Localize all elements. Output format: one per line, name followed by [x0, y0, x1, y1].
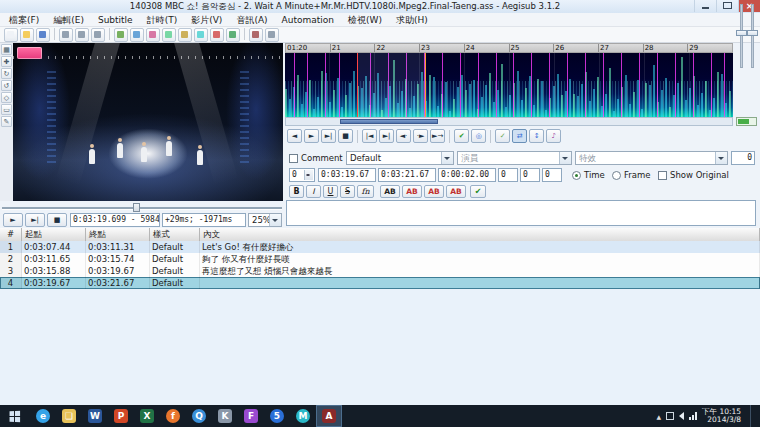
underline-button[interactable]: U: [323, 185, 338, 198]
menu-timing[interactable]: 計時(T): [140, 13, 185, 27]
audio-scrollbar[interactable]: [285, 117, 733, 126]
new-subtitles-icon[interactable]: [4, 28, 18, 42]
duration-field[interactable]: 0:00:02.00: [438, 168, 496, 182]
grid-header-3[interactable]: 樣式: [150, 228, 200, 241]
taskbar-app-maxthon[interactable]: M: [290, 405, 316, 427]
grid-header-1[interactable]: 起點: [22, 228, 86, 241]
auto-scroll-toggle[interactable]: ⇄: [512, 129, 527, 143]
color-button-3[interactable]: AB: [424, 185, 444, 198]
grid-header-0[interactable]: #: [0, 228, 22, 241]
zoom-out-icon[interactable]: [91, 28, 105, 42]
cell-start[interactable]: 0:03:11.65: [22, 253, 86, 265]
play-to-end-button[interactable]: ►→: [430, 129, 445, 143]
show-desktop-button[interactable]: [750, 405, 756, 427]
menu-help[interactable]: 求助(H): [389, 13, 435, 27]
rect-clip-icon[interactable]: ▭: [1, 104, 12, 115]
play-line-button[interactable]: ►|: [321, 129, 336, 143]
kanji-timer-icon[interactable]: [210, 28, 224, 42]
scale-mode-icon[interactable]: ◇: [1, 92, 12, 103]
taskbar-app-firefox[interactable]: f: [160, 405, 186, 427]
audio-scrollbar-thumb[interactable]: [340, 119, 438, 124]
play-first-500-button[interactable]: ◄·: [396, 129, 411, 143]
italic-button[interactable]: I: [306, 185, 321, 198]
frame-mode-radio[interactable]: [612, 171, 621, 180]
taskbar-app-powerpoint[interactable]: P: [108, 405, 134, 427]
rotate-z-icon[interactable]: ↻: [1, 68, 12, 79]
volume-thumb[interactable]: [747, 30, 758, 36]
spell-checker-icon[interactable]: [226, 28, 240, 42]
volume-slider[interactable]: [751, 4, 754, 68]
cell-style[interactable]: Default: [150, 265, 200, 277]
maximize-button[interactable]: [716, 0, 738, 12]
menu-view[interactable]: 檢視(W): [341, 13, 389, 27]
volume-icon[interactable]: [679, 412, 684, 420]
play-button[interactable]: ►: [304, 129, 319, 143]
taskbar-app-ie[interactable]: e: [30, 405, 56, 427]
cell-text[interactable]: 再這麼想了又想 煩惱只會越來越長: [200, 265, 760, 277]
title-bar[interactable]: 140308 MBC 쇼! 음악중심 - 2. Wait A Minute+Mr…: [0, 0, 760, 14]
play-before-button[interactable]: ◄: [287, 129, 302, 143]
minimize-button[interactable]: [694, 0, 716, 12]
standard-mode-icon[interactable]: ▦: [1, 44, 12, 55]
strikeout-button[interactable]: S: [340, 185, 355, 198]
comment-checkbox[interactable]: [289, 154, 298, 163]
layer-spinner[interactable]: 0: [289, 168, 315, 182]
margin-left-field[interactable]: 0: [498, 168, 518, 182]
video-display[interactable]: [13, 43, 283, 201]
video-stop-button[interactable]: ■: [47, 213, 67, 227]
rotate-xy-icon[interactable]: ↺: [1, 80, 12, 91]
cell-text[interactable]: Let's Go! 有什麼好擔心: [200, 241, 760, 253]
zoom-in-icon[interactable]: [75, 28, 89, 42]
select-lines-icon[interactable]: [114, 28, 128, 42]
styling-assistant-icon[interactable]: [146, 28, 160, 42]
drag-mode-icon[interactable]: ✚: [1, 56, 12, 67]
font-button[interactable]: fn: [357, 185, 374, 198]
auto-commit-toggle[interactable]: ✓: [495, 129, 510, 143]
margin-right-field[interactable]: 0: [520, 168, 540, 182]
cell-text[interactable]: 夠了 你又有什麼好長嘆: [200, 253, 760, 265]
color-button-2[interactable]: AB: [402, 185, 422, 198]
cell-end[interactable]: 0:03:11.31: [86, 241, 150, 253]
taskbar-app-foxit[interactable]: F: [238, 405, 264, 427]
menu-file[interactable]: 檔案(F): [2, 13, 46, 27]
ime-icon[interactable]: [666, 412, 674, 420]
open-subtitles-icon[interactable]: [20, 28, 34, 42]
effect-dropdown[interactable]: 特效: [575, 151, 728, 165]
grid-empty-area[interactable]: [0, 289, 760, 405]
video-relative-time-display[interactable]: +29ms; -1971ms: [162, 213, 246, 227]
timing-postprocessor-icon[interactable]: [194, 28, 208, 42]
cell-style[interactable]: Default: [150, 241, 200, 253]
cell-text[interactable]: [200, 277, 760, 289]
commit-button[interactable]: ✔: [454, 129, 469, 143]
tray-expand-icon[interactable]: ▲: [656, 413, 661, 420]
subtitle-row[interactable]: 20:03:11.650:03:15.74Default夠了 你又有什麼好長嘆: [0, 253, 760, 265]
video-play-line-button[interactable]: ►|: [25, 213, 45, 227]
cell-style[interactable]: Default: [150, 277, 200, 289]
video-zoom-dropdown[interactable]: 25%: [248, 213, 282, 227]
cell-style[interactable]: Default: [150, 253, 200, 265]
vector-clip-icon[interactable]: ✎: [1, 116, 12, 127]
menu-video[interactable]: 影片(V): [184, 13, 229, 27]
start-time-field[interactable]: 0:03:19.67: [318, 168, 376, 182]
grid-header-2[interactable]: 終點: [86, 228, 150, 241]
subtitle-row[interactable]: 10:03:07.440:03:11.31DefaultLet's Go! 有什…: [0, 241, 760, 253]
cell-num[interactable]: 4: [0, 277, 22, 289]
menu-audio[interactable]: 音訊(A): [229, 13, 274, 27]
cell-end[interactable]: 0:03:19.67: [86, 265, 150, 277]
bold-button[interactable]: B: [289, 185, 304, 198]
save-subtitles-icon[interactable]: [36, 28, 50, 42]
video-time-display[interactable]: 0:03:19.699 - 5984: [70, 213, 160, 227]
style-dropdown[interactable]: Default: [346, 151, 454, 165]
taskbar-app-explorer[interactable]: ❏: [56, 405, 82, 427]
menu-automation[interactable]: Automation: [275, 13, 341, 27]
options-icon[interactable]: [265, 28, 279, 42]
color-button-1[interactable]: AB: [380, 185, 400, 198]
commit-button[interactable]: ✔: [470, 185, 486, 198]
stop-button[interactable]: ■: [338, 129, 353, 143]
video-play-button[interactable]: ►: [3, 213, 23, 227]
subtitle-text-editor[interactable]: [286, 200, 756, 226]
grid-header-4[interactable]: 內文: [200, 228, 760, 241]
subtitle-row[interactable]: 40:03:19.670:03:21.67Default: [0, 277, 760, 289]
seek-thumb[interactable]: [133, 203, 140, 212]
play-500-before-button[interactable]: |◄: [362, 129, 377, 143]
